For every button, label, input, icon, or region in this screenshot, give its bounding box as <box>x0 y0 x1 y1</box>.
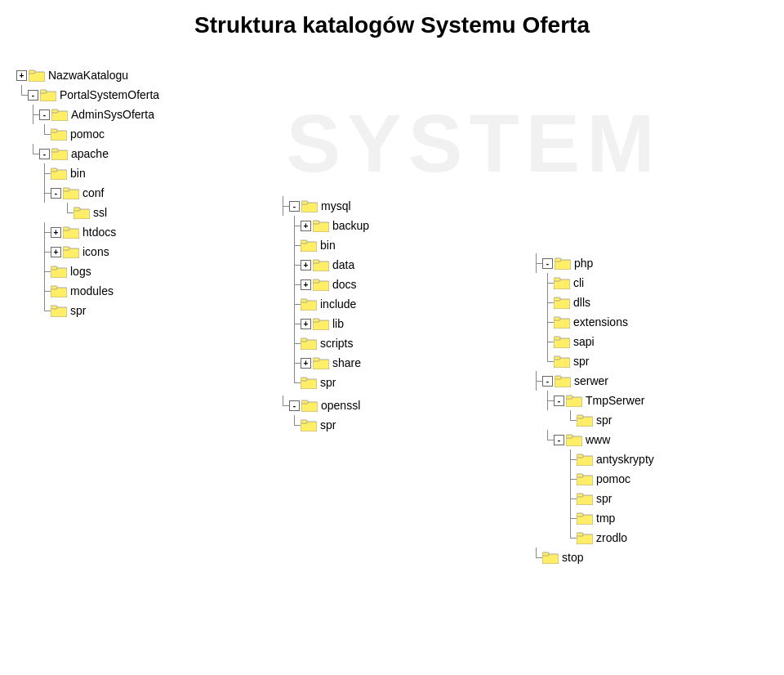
svg-rect-41 <box>301 338 307 342</box>
tree-row: dlls <box>554 293 654 312</box>
svg-rect-19 <box>63 247 69 250</box>
folder-icon <box>554 355 570 368</box>
folder-icon <box>554 296 570 309</box>
tree-row: + NazwaKatalogu <box>16 65 159 85</box>
folder-icon <box>313 219 329 232</box>
folder-icon <box>313 317 329 330</box>
tree-row: spr <box>51 301 159 320</box>
svg-rect-5 <box>51 110 58 113</box>
expand-icon[interactable]: + <box>51 227 61 238</box>
tree-row: + share <box>301 353 369 373</box>
expand-icon[interactable]: - <box>28 90 38 101</box>
svg-rect-69 <box>566 435 572 438</box>
svg-rect-17 <box>63 227 69 230</box>
tree-row: - AdminSysOferta <box>28 105 159 124</box>
svg-rect-43 <box>313 358 319 361</box>
tree-row: + data <box>301 255 369 275</box>
folder-icon <box>577 531 593 544</box>
expand-icon[interactable]: - <box>542 376 553 387</box>
svg-rect-25 <box>51 306 57 309</box>
folder-icon <box>555 374 571 387</box>
svg-rect-37 <box>301 299 307 302</box>
expand-icon[interactable]: + <box>301 279 311 290</box>
folder-icon <box>63 245 79 258</box>
folder-icon <box>577 453 593 466</box>
tree-row: spr <box>301 415 369 435</box>
svg-rect-11 <box>51 168 57 172</box>
svg-rect-49 <box>301 420 307 423</box>
expand-icon[interactable]: + <box>51 247 61 257</box>
svg-rect-15 <box>74 208 80 211</box>
svg-rect-63 <box>555 376 561 379</box>
svg-rect-1 <box>29 70 35 74</box>
folder-icon <box>577 413 593 427</box>
folder-icon <box>566 433 582 446</box>
svg-rect-23 <box>51 286 57 289</box>
tree-row: pomoc <box>39 124 159 144</box>
folder-icon <box>51 147 68 160</box>
expand-icon[interactable]: - <box>39 110 50 120</box>
tree-row: spr <box>301 373 369 392</box>
tree-row: extensions <box>554 312 654 332</box>
svg-rect-39 <box>313 319 319 322</box>
expand-icon[interactable]: + <box>301 260 311 270</box>
folder-icon <box>555 257 571 270</box>
svg-rect-51 <box>555 258 561 262</box>
page-title: Struktura katalogów Systemu Oferta <box>0 0 784 55</box>
tree-row: - TmpSerwer <box>554 391 654 410</box>
svg-rect-71 <box>577 454 583 458</box>
svg-rect-61 <box>554 356 560 360</box>
svg-rect-81 <box>542 552 549 556</box>
expand-icon[interactable]: - <box>554 396 564 406</box>
folder-icon <box>51 304 67 317</box>
tree-row: + lib <box>301 314 369 333</box>
folder-icon <box>577 492 593 505</box>
expand-icon[interactable]: + <box>301 358 311 369</box>
expand-icon[interactable]: - <box>554 435 564 445</box>
tree-col2: - mysql + backup bin <box>278 196 369 435</box>
tree-row: - www <box>554 430 654 449</box>
svg-rect-31 <box>301 240 307 244</box>
svg-rect-59 <box>554 337 560 340</box>
folder-icon <box>566 394 582 407</box>
expand-icon[interactable]: - <box>289 400 300 411</box>
watermark: SYSTEM <box>163 98 784 188</box>
expand-icon[interactable]: + <box>301 221 311 231</box>
svg-rect-35 <box>313 279 319 283</box>
svg-rect-21 <box>51 266 57 270</box>
expand-icon[interactable]: - <box>542 258 553 269</box>
expand-icon[interactable]: + <box>301 319 311 329</box>
svg-rect-57 <box>554 317 560 320</box>
folder-icon <box>74 206 90 219</box>
tree-col1: + NazwaKatalogu - PortalSystemOferta - <box>16 65 159 320</box>
svg-rect-75 <box>577 494 583 497</box>
expand-icon[interactable]: + <box>16 70 27 81</box>
folder-icon <box>51 167 67 180</box>
folder-icon <box>554 276 570 289</box>
folder-icon <box>301 399 318 412</box>
tree-row: - php <box>531 253 654 273</box>
svg-rect-13 <box>63 188 69 191</box>
folder-icon <box>554 315 570 329</box>
tree-row: ssl <box>74 203 159 222</box>
tree-row: pomoc <box>577 469 654 489</box>
expand-icon[interactable]: - <box>289 201 300 212</box>
svg-rect-29 <box>313 221 319 224</box>
tree-row: + backup <box>301 216 369 235</box>
svg-rect-47 <box>301 400 308 404</box>
svg-rect-53 <box>554 278 560 281</box>
svg-rect-55 <box>554 297 560 301</box>
tree-row: spr <box>554 351 654 371</box>
folder-icon <box>313 258 329 271</box>
folder-icon <box>63 226 79 239</box>
folder-icon <box>301 297 317 311</box>
expand-icon[interactable]: - <box>51 188 61 199</box>
tree-row: bin <box>301 235 369 255</box>
expand-icon[interactable]: - <box>39 149 50 159</box>
tree-row: scripts <box>301 333 369 353</box>
folder-icon <box>51 127 67 141</box>
folder-icon <box>63 186 79 199</box>
tree-row: + htdocs <box>51 222 159 242</box>
folder-icon <box>51 265 67 278</box>
folder-icon <box>301 376 317 389</box>
